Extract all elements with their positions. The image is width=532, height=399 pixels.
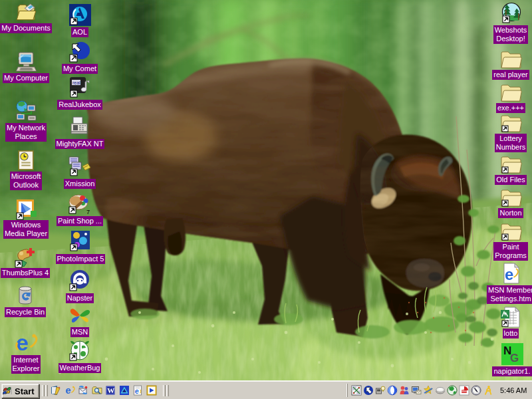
- svg-text:7: 7: [86, 209, 90, 215]
- svg-text:e: e: [135, 387, 139, 395]
- svg-text:real: real: [72, 80, 80, 85]
- svg-text:e: e: [505, 265, 513, 283]
- svg-text:W: W: [107, 386, 114, 394]
- svg-text:G: G: [510, 352, 519, 364]
- svg-text:e: e: [65, 385, 70, 396]
